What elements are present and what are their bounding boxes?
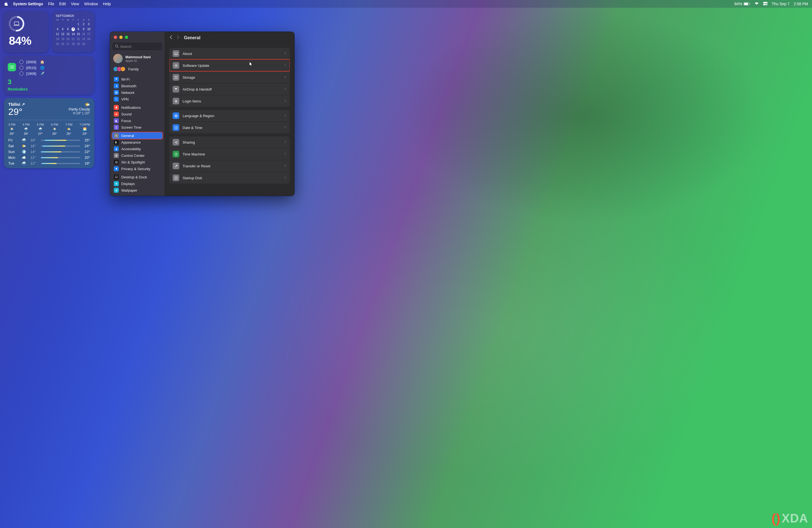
calendar-day[interactable]: [72, 23, 75, 26]
calendar-day[interactable]: 25: [56, 42, 59, 46]
battery-status[interactable]: 84%: [735, 2, 750, 6]
calendar-day[interactable]: 9: [82, 27, 85, 31]
apple-id-row[interactable]: Mahmoud Itani Apple ID: [110, 53, 164, 66]
reminder-checkbox[interactable]: [19, 60, 24, 64]
calendar-dow: T: [61, 18, 64, 21]
calendar-day[interactable]: 17: [87, 32, 91, 36]
menu-help[interactable]: Help: [103, 2, 111, 6]
settings-item-software-update[interactable]: Software Update: [169, 59, 290, 71]
transfer-reset-icon: [173, 163, 179, 169]
calendar-day[interactable]: 18: [56, 37, 59, 41]
calendar-day[interactable]: 4: [56, 27, 59, 31]
menubar-date[interactable]: Thu Sep 7: [772, 2, 789, 6]
menubar-time[interactable]: 2:58 PM: [794, 2, 808, 6]
sidebar-item-wifi[interactable]: Wi-Fi: [112, 76, 162, 83]
calendar-day[interactable]: 22: [76, 37, 80, 41]
reminder-item[interactable]: [3009]🏠: [19, 59, 91, 65]
sidebar-item-displays[interactable]: Displays: [112, 180, 162, 187]
calendar-day[interactable]: 27: [66, 42, 70, 46]
battery-ring-icon: [9, 16, 24, 31]
sidebar-item-appearance[interactable]: Appearance: [112, 139, 162, 146]
settings-item-sharing[interactable]: Sharing: [169, 136, 290, 148]
settings-item-startup-disk[interactable]: Startup Disk: [169, 172, 290, 184]
reminders-widget[interactable]: [3009]🏠[0510]🌐[1808]✈️ 3 Reminders: [4, 56, 95, 95]
calendar-day[interactable]: [56, 23, 59, 26]
sidebar-item-vpn[interactable]: VPN: [112, 96, 162, 102]
battery-widget[interactable]: 84%: [4, 11, 48, 53]
calendar-day[interactable]: 26: [61, 42, 64, 46]
calendar-day[interactable]: 30: [82, 42, 85, 46]
calendar-day[interactable]: 14: [72, 32, 75, 36]
calendar-day[interactable]: 2: [82, 23, 85, 26]
sidebar-item-sound[interactable]: Sound: [112, 111, 162, 117]
sidebar-item-screen-time[interactable]: Screen Time: [112, 124, 162, 131]
calendar-day[interactable]: [66, 23, 70, 26]
settings-item-time-machine[interactable]: Time Machine: [169, 148, 290, 160]
calendar-day[interactable]: 3: [87, 23, 91, 26]
sidebar-item-focus[interactable]: Focus: [112, 117, 162, 124]
calendar-day[interactable]: 20: [66, 37, 70, 41]
sidebar-item-network[interactable]: Network: [112, 89, 162, 96]
reminder-item[interactable]: [0510]🌐: [19, 65, 91, 71]
calendar-day[interactable]: 24: [87, 37, 91, 41]
close-button[interactable]: [114, 35, 117, 39]
settings-item-label: Startup Disk: [183, 176, 202, 180]
settings-item-storage[interactable]: Storage: [169, 71, 290, 83]
menu-window[interactable]: Window: [84, 2, 98, 6]
calendar-day[interactable]: [61, 23, 64, 26]
settings-item-language-region[interactable]: Language & Region: [169, 110, 290, 121]
calendar-day[interactable]: 23: [82, 37, 85, 41]
menu-file[interactable]: File: [48, 2, 54, 6]
calendar-day[interactable]: 12: [61, 32, 64, 36]
menubar-app-name[interactable]: System Settings: [13, 2, 43, 6]
menu-view[interactable]: View: [71, 2, 79, 6]
settings-item-about[interactable]: About: [169, 48, 290, 59]
calendar-widget[interactable]: SEPTEMBER MTWTFSS12345678910111213141516…: [52, 11, 95, 53]
calendar-day[interactable]: 1: [76, 23, 80, 26]
sidebar-item-wallpaper[interactable]: Wallpaper: [112, 187, 162, 194]
weather-widget[interactable]: Tbilisi ↗ 29° 🌤️ Partly Cloudy H:29° L:2…: [4, 98, 95, 168]
reminder-item[interactable]: [1808]✈️: [19, 71, 91, 76]
calendar-day[interactable]: 10: [87, 27, 91, 31]
sidebar-item-desktop-dock[interactable]: Desktop & Dock: [112, 174, 162, 180]
calendar-day[interactable]: 15: [76, 32, 80, 36]
reminder-checkbox[interactable]: [19, 72, 24, 76]
settings-item-label: Software Update: [183, 63, 209, 68]
calendar-day[interactable]: 13: [66, 32, 70, 36]
settings-item-airdrop[interactable]: AirDrop & Handoff: [169, 83, 290, 95]
calendar-day[interactable]: 29: [76, 42, 80, 46]
calendar-day[interactable]: 8: [76, 27, 80, 31]
settings-item-date-time[interactable]: Date & Time: [169, 121, 290, 133]
apple-logo-icon[interactable]: [4, 2, 8, 6]
calendar-day[interactable]: 16: [82, 32, 85, 36]
sidebar-item-accessibility[interactable]: Accessibility: [112, 146, 162, 152]
settings-item-login-items[interactable]: Login Items: [169, 95, 290, 107]
calendar-day[interactable]: 21: [72, 37, 75, 41]
zoom-button[interactable]: [125, 35, 128, 39]
menu-edit[interactable]: Edit: [59, 2, 66, 6]
svg-rect-3: [763, 2, 768, 3]
calendar-day[interactable]: [87, 42, 91, 46]
forward-button[interactable]: [177, 35, 179, 40]
back-button[interactable]: [170, 35, 172, 40]
calendar-day[interactable]: 28: [72, 42, 75, 46]
sidebar-item-bluetooth[interactable]: Bluetooth: [112, 83, 162, 89]
family-row[interactable]: Family: [110, 66, 164, 74]
search-input[interactable]: [113, 43, 162, 50]
wifi-icon[interactable]: [754, 2, 759, 6]
calendar-day[interactable]: 19: [61, 37, 64, 41]
sidebar-item-general[interactable]: General: [112, 132, 162, 139]
calendar-day[interactable]: 7: [72, 27, 75, 31]
sidebar-item-control-center[interactable]: Control Center: [112, 152, 162, 159]
control-center-icon[interactable]: [763, 2, 768, 6]
settings-sidebar: Mahmoud Itani Apple ID Family Wi-FiBluet…: [110, 32, 164, 196]
sidebar-item-notifications[interactable]: Notifications: [112, 104, 162, 111]
calendar-day[interactable]: 6: [66, 27, 70, 31]
calendar-day[interactable]: 11: [56, 32, 59, 36]
settings-item-transfer-reset[interactable]: Transfer or Reset: [169, 160, 290, 172]
sidebar-item-siri[interactable]: Siri & Spotlight: [112, 159, 162, 165]
reminder-checkbox[interactable]: [19, 66, 24, 70]
sidebar-item-privacy[interactable]: Privacy & Security: [112, 165, 162, 172]
calendar-day[interactable]: 5: [61, 27, 64, 31]
minimize-button[interactable]: [119, 35, 122, 39]
